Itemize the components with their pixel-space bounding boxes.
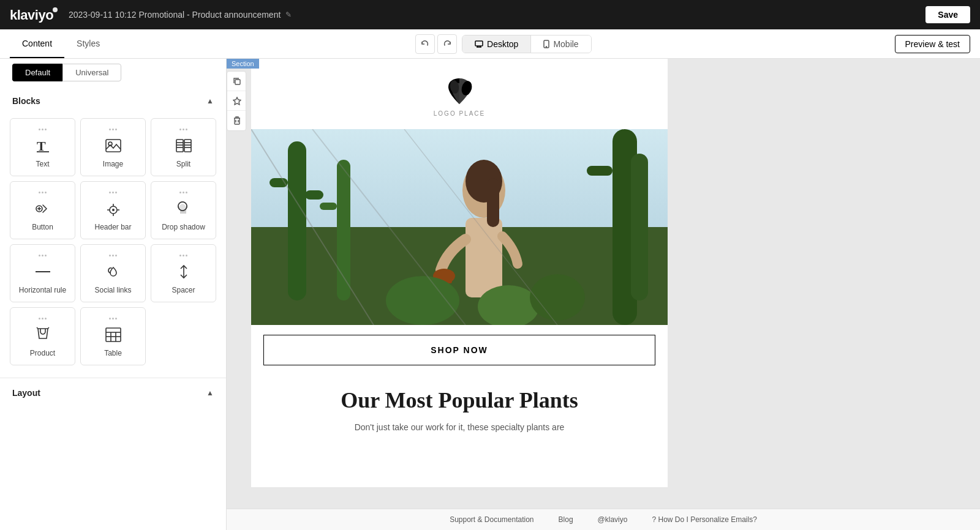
blocks-label: Blocks	[12, 96, 40, 106]
svg-point-7	[546, 46, 547, 47]
tab-styles[interactable]: Styles	[64, 30, 112, 58]
copy-section-button[interactable]	[227, 72, 246, 91]
mobile-view-button[interactable]: Mobile	[531, 35, 590, 53]
topbar-title: 2023-09-11 10:12 Promotional - Product a…	[69, 10, 916, 20]
block-spacer[interactable]: Spacer	[151, 244, 216, 302]
tab-content[interactable]: Content	[10, 30, 64, 58]
svg-line-35	[48, 327, 49, 329]
delete-section-button[interactable]	[227, 111, 246, 130]
footer-support-link[interactable]: Support & Documentation	[450, 515, 533, 524]
drop-shadow-label: Drop shadow	[162, 223, 205, 231]
block-product[interactable]: Product	[10, 307, 75, 365]
canvas-toolbar	[227, 71, 246, 131]
horizontal-rule-label: Horizontal rule	[19, 286, 66, 294]
svg-marker-42	[233, 97, 241, 105]
svg-rect-55	[587, 166, 612, 176]
favorite-section-button[interactable]	[227, 91, 246, 111]
layout-label: Layout	[12, 388, 40, 398]
blocks-grid: T Text	[0, 113, 226, 375]
block-table[interactable]: Table	[80, 307, 146, 365]
content-style-tabs: Content Styles	[10, 30, 112, 58]
svg-rect-52	[337, 160, 350, 300]
header-bar-icon	[105, 200, 122, 218]
block-split[interactable]: Split	[151, 118, 216, 176]
drag-handle-social-links	[109, 255, 117, 256]
svg-point-65	[530, 274, 585, 321]
drag-handle-table	[109, 318, 117, 319]
header-center: Desktop Mobile	[112, 34, 894, 54]
undo-button[interactable]	[415, 34, 435, 54]
tab-universal[interactable]: Universal	[62, 64, 121, 81]
social-links-label: Social links	[94, 286, 131, 294]
left-panel: Default Universal Blocks ▲ T	[0, 59, 227, 530]
footer-klaviyo-link[interactable]: @klaviyo	[598, 515, 628, 524]
text-label: Text	[36, 160, 49, 168]
redo-button[interactable]	[437, 34, 457, 54]
desktop-view-button[interactable]: Desktop	[462, 35, 531, 53]
topbar: klaviyo 2023-09-11 10:12 Promotional - P…	[0, 0, 980, 29]
svg-rect-58	[466, 218, 502, 297]
svg-rect-60	[487, 178, 499, 227]
footer-help-link[interactable]: ? How Do I Personalize Emails?	[652, 515, 756, 524]
email-canvas: LOGO PLACE	[251, 59, 668, 487]
footer-blog-link[interactable]: Blog	[559, 515, 573, 524]
drag-handle-drop-shadow	[179, 192, 187, 193]
svg-rect-2	[475, 41, 483, 46]
canvas-area[interactable]: Section	[227, 59, 980, 530]
blocks-chevron-icon: ▲	[206, 97, 214, 105]
button-icon	[34, 200, 51, 218]
table-icon	[105, 326, 122, 344]
svg-point-63	[386, 276, 459, 325]
tab-default[interactable]: Default	[12, 64, 62, 81]
drag-handle-button	[39, 192, 47, 193]
spacer-icon	[176, 263, 191, 281]
popular-title: Our Most Popular Plants	[276, 387, 643, 413]
email-hero	[251, 129, 668, 325]
text-icon: T	[34, 136, 51, 155]
image-label: Image	[103, 160, 123, 168]
drag-handle-product	[39, 318, 47, 319]
drag-handle-text	[39, 129, 47, 130]
shop-now-button[interactable]: SHOP NOW	[263, 335, 655, 365]
save-button[interactable]: Save	[925, 6, 970, 23]
block-drop-shadow[interactable]: Drop shadow	[151, 181, 216, 239]
blocks-section-header[interactable]: Blocks ▲	[0, 86, 226, 113]
header-bar-label: Header bar	[94, 223, 131, 231]
drag-handle-split	[179, 129, 187, 130]
split-label: Split	[176, 160, 190, 168]
block-horizontal-rule[interactable]: Horizontal rule	[10, 244, 75, 302]
email-logo-section: LOGO PLACE	[251, 59, 668, 129]
edit-icon[interactable]: ✎	[285, 10, 292, 19]
svg-rect-36	[106, 328, 121, 342]
block-type-tabs: Default Universal	[0, 59, 226, 86]
horizontal-rule-icon	[34, 263, 51, 281]
svg-rect-10	[106, 140, 121, 152]
block-header-bar[interactable]: Header bar	[80, 181, 146, 239]
layout-section-header[interactable]: Layout ▲	[0, 378, 226, 405]
popular-section: Our Most Popular Plants Don't just take …	[251, 375, 668, 440]
logo-svg	[441, 77, 478, 108]
section-badge: Section	[227, 59, 259, 69]
block-social-links[interactable]: Social links	[80, 244, 146, 302]
svg-rect-53	[320, 203, 337, 210]
block-image[interactable]: Image	[80, 118, 146, 176]
button-label: Button	[32, 223, 53, 231]
svg-rect-51	[305, 190, 323, 200]
preview-test-button[interactable]: Preview & test	[895, 35, 970, 53]
svg-rect-13	[184, 140, 191, 152]
product-label: Product	[30, 349, 55, 357]
block-button[interactable]: Button	[10, 181, 75, 239]
drag-handle-horizontal-rule	[39, 255, 47, 256]
undo-redo-group	[415, 34, 457, 54]
svg-rect-12	[176, 140, 183, 152]
drop-shadow-icon	[175, 200, 192, 218]
svg-point-25	[112, 209, 115, 211]
svg-rect-41	[235, 80, 240, 84]
svg-text:klaviyo: klaviyo	[10, 7, 53, 23]
svg-point-1	[53, 7, 58, 12]
logo-text: LOGO PLACE	[434, 110, 485, 117]
shop-now-section: SHOP NOW	[251, 325, 668, 375]
block-text[interactable]: T Text	[10, 118, 75, 176]
spacer-label: Spacer	[172, 286, 195, 294]
logo: klaviyo	[10, 6, 59, 23]
